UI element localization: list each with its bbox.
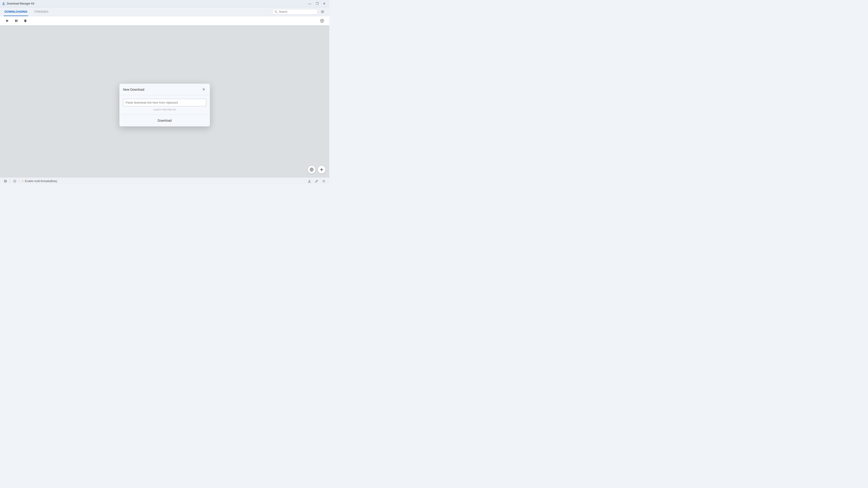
main-content: New Download ✕ support http,https,ftp Do… — [0, 25, 329, 185]
url-input[interactable] — [123, 99, 206, 106]
svg-marker-3 — [6, 20, 9, 22]
settings-small-icon — [322, 180, 326, 183]
bottom-globe-button[interactable] — [3, 178, 8, 184]
modal-footer: Download — [119, 115, 210, 126]
svg-point-0 — [275, 11, 277, 12]
svg-rect-4 — [15, 20, 16, 22]
app-icon — [2, 2, 5, 5]
circle-plus-icon — [320, 19, 324, 23]
pause-button[interactable] — [13, 17, 20, 24]
svg-rect-6 — [24, 20, 27, 20]
plus-icon — [319, 167, 323, 172]
nav-bar: DOWNLOADING FINISHED — [0, 7, 329, 16]
search-box[interactable] — [272, 9, 317, 14]
bottom-right — [307, 178, 327, 184]
minimize-button[interactable]: — — [307, 1, 313, 6]
edit-icon — [315, 180, 318, 183]
svg-rect-7 — [25, 20, 26, 20]
modal-body: support http,https,ftp — [119, 95, 210, 115]
settings-button[interactable] — [319, 8, 326, 15]
support-text: support http,https,ftp — [123, 108, 206, 111]
toolbar-right — [318, 17, 326, 24]
svg-rect-5 — [17, 20, 18, 22]
globe-icon — [310, 167, 314, 172]
window-controls: — ❐ ✕ — [307, 1, 328, 6]
tab-downloading[interactable]: DOWNLOADING — [4, 7, 28, 16]
app-title: Download Manager Kit — [7, 2, 34, 5]
nav-right — [272, 8, 326, 15]
add-corner-button[interactable] — [318, 17, 326, 24]
bottom-left: Enable multi-threads(Beta) — [3, 178, 57, 184]
upload-icon — [308, 180, 311, 183]
delete-button[interactable] — [22, 17, 29, 24]
new-download-modal: New Download ✕ support http,https,ftp Do… — [119, 84, 210, 126]
globe-small-icon — [4, 180, 7, 183]
svg-point-2 — [322, 11, 323, 12]
flash-icon — [21, 180, 24, 182]
title-bar: Download Manager Kit — ❐ ✕ — [0, 0, 329, 7]
modal-title: New Download — [123, 88, 144, 91]
title-bar-left: Download Manager Kit — [2, 2, 34, 5]
restore-button[interactable]: ❐ — [314, 1, 320, 6]
multi-thread-label: Enable multi-threads(Beta) — [21, 180, 57, 183]
pause-icon — [15, 19, 18, 22]
bottom-upload-button[interactable] — [307, 178, 312, 184]
trash-icon — [24, 19, 27, 22]
toolbar — [0, 16, 329, 25]
divider2 — [19, 179, 20, 183]
svg-marker-21 — [22, 180, 23, 182]
modal-overlay: New Download ✕ support http,https,ftp Do… — [0, 25, 329, 185]
download-button[interactable]: Download — [152, 117, 177, 124]
bottom-edit-button[interactable] — [314, 178, 319, 184]
fab-add-button[interactable] — [317, 165, 326, 174]
bottom-history-button[interactable] — [12, 178, 18, 184]
search-icon — [274, 10, 278, 13]
svg-point-24 — [323, 181, 324, 182]
close-button[interactable]: ✕ — [321, 1, 328, 6]
gear-icon — [321, 10, 324, 13]
bottom-bar: Enable multi-threads(Beta) — [0, 177, 329, 185]
fab-area — [308, 165, 326, 174]
modal-close-button[interactable]: ✕ — [201, 87, 206, 92]
toolbar-left — [4, 17, 29, 24]
search-input[interactable] — [279, 10, 315, 13]
nav-tabs: DOWNLOADING FINISHED — [4, 7, 49, 16]
svg-line-1 — [277, 12, 278, 13]
play-icon — [6, 19, 9, 22]
fab-globe-button[interactable] — [308, 165, 316, 174]
tab-finished[interactable]: FINISHED — [34, 7, 49, 16]
bottom-settings-button[interactable] — [321, 178, 327, 184]
clock-icon — [13, 180, 16, 183]
modal-header: New Download ✕ — [119, 84, 210, 95]
play-button[interactable] — [4, 17, 11, 24]
